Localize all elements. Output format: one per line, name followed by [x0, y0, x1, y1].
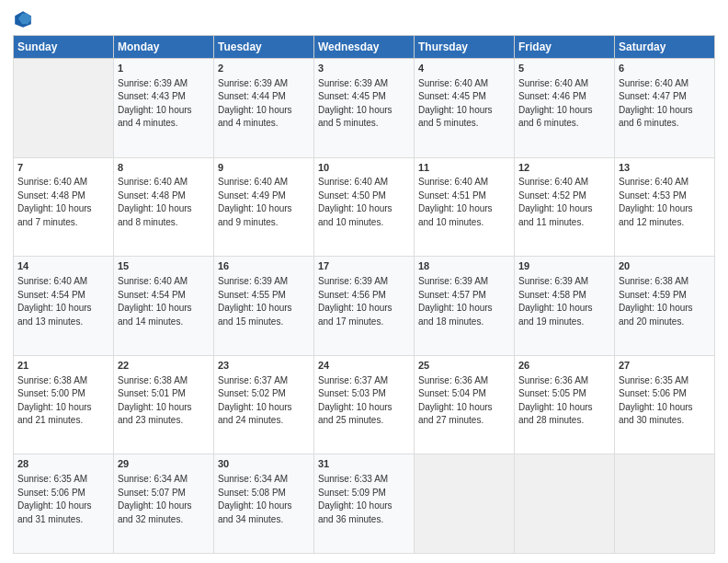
- day-number: 22: [118, 359, 210, 373]
- day-number: 12: [518, 161, 610, 175]
- day-number: 10: [318, 161, 410, 175]
- col-header-tuesday: Tuesday: [214, 36, 314, 59]
- day-number: 27: [619, 359, 711, 373]
- day-info: Sunrise: 6:40 AMSunset: 4:48 PMDaylight:…: [17, 177, 92, 227]
- day-cell: 19Sunrise: 6:39 AMSunset: 4:58 PMDayligh…: [515, 257, 615, 356]
- day-number: 17: [318, 259, 410, 273]
- day-info: Sunrise: 6:35 AMSunset: 5:06 PMDaylight:…: [17, 474, 92, 524]
- day-number: 11: [418, 161, 510, 175]
- day-info: Sunrise: 6:38 AMSunset: 5:01 PMDaylight:…: [118, 375, 192, 426]
- day-number: 18: [418, 259, 510, 273]
- calendar-page: SundayMondayTuesdayWednesdayThursdayFrid…: [0, 0, 728, 563]
- day-cell: 31Sunrise: 6:33 AMSunset: 5:09 PMDayligh…: [314, 454, 415, 554]
- day-cell: 24Sunrise: 6:37 AMSunset: 5:03 PMDayligh…: [314, 355, 415, 454]
- day-number: 9: [218, 161, 310, 175]
- day-cell: [615, 454, 715, 554]
- day-cell: 15Sunrise: 6:40 AMSunset: 4:54 PMDayligh…: [114, 257, 214, 356]
- day-info: Sunrise: 6:36 AMSunset: 5:05 PMDaylight:…: [518, 375, 593, 426]
- week-row-2: 14Sunrise: 6:40 AMSunset: 4:54 PMDayligh…: [14, 257, 715, 356]
- day-number: 24: [318, 359, 410, 373]
- day-info: Sunrise: 6:40 AMSunset: 4:49 PMDaylight:…: [218, 177, 292, 227]
- day-cell: 17Sunrise: 6:39 AMSunset: 4:56 PMDayligh…: [314, 257, 415, 356]
- col-header-wednesday: Wednesday: [314, 36, 415, 59]
- day-cell: 7Sunrise: 6:40 AMSunset: 4:48 PMDaylight…: [14, 157, 114, 257]
- col-header-saturday: Saturday: [615, 36, 715, 59]
- day-cell: 30Sunrise: 6:34 AMSunset: 5:08 PMDayligh…: [214, 454, 314, 554]
- day-cell: 10Sunrise: 6:40 AMSunset: 4:50 PMDayligh…: [314, 157, 415, 257]
- day-number: 16: [218, 259, 310, 273]
- day-cell: 11Sunrise: 6:40 AMSunset: 4:51 PMDayligh…: [415, 157, 515, 257]
- day-cell: 9Sunrise: 6:40 AMSunset: 4:49 PMDaylight…: [214, 157, 314, 257]
- day-number: 3: [318, 62, 410, 75]
- day-number: 7: [17, 161, 109, 175]
- day-info: Sunrise: 6:39 AMSunset: 4:44 PMDaylight:…: [218, 78, 292, 129]
- day-info: Sunrise: 6:39 AMSunset: 4:56 PMDaylight:…: [318, 276, 392, 327]
- day-info: Sunrise: 6:34 AMSunset: 5:07 PMDaylight:…: [118, 474, 192, 524]
- week-row-3: 21Sunrise: 6:38 AMSunset: 5:00 PMDayligh…: [14, 355, 715, 454]
- day-number: 1: [118, 62, 210, 75]
- day-info: Sunrise: 6:36 AMSunset: 5:04 PMDaylight:…: [418, 375, 493, 426]
- day-info: Sunrise: 6:40 AMSunset: 4:52 PMDaylight:…: [518, 177, 593, 227]
- day-info: Sunrise: 6:39 AMSunset: 4:58 PMDaylight:…: [518, 276, 593, 327]
- logo-icon: [13, 9, 33, 29]
- day-cell: 22Sunrise: 6:38 AMSunset: 5:01 PMDayligh…: [114, 355, 214, 454]
- day-cell: [515, 454, 615, 554]
- logo: [13, 9, 37, 29]
- week-row-0: 1Sunrise: 6:39 AMSunset: 4:43 PMDaylight…: [14, 59, 715, 158]
- day-info: Sunrise: 6:40 AMSunset: 4:46 PMDaylight:…: [518, 78, 593, 129]
- day-cell: [14, 59, 114, 158]
- day-info: Sunrise: 6:40 AMSunset: 4:53 PMDaylight:…: [619, 177, 693, 227]
- week-row-4: 28Sunrise: 6:35 AMSunset: 5:06 PMDayligh…: [14, 454, 715, 554]
- day-cell: 25Sunrise: 6:36 AMSunset: 5:04 PMDayligh…: [415, 355, 515, 454]
- day-number: 14: [17, 259, 109, 273]
- day-cell: 5Sunrise: 6:40 AMSunset: 4:46 PMDaylight…: [515, 59, 615, 158]
- day-number: 28: [17, 457, 109, 471]
- day-info: Sunrise: 6:37 AMSunset: 5:03 PMDaylight:…: [318, 375, 392, 426]
- col-header-sunday: Sunday: [14, 36, 114, 59]
- day-number: 29: [118, 457, 210, 471]
- day-info: Sunrise: 6:40 AMSunset: 4:48 PMDaylight:…: [118, 177, 192, 227]
- day-cell: 12Sunrise: 6:40 AMSunset: 4:52 PMDayligh…: [515, 157, 615, 257]
- day-number: 6: [619, 62, 711, 75]
- day-cell: 4Sunrise: 6:40 AMSunset: 4:45 PMDaylight…: [415, 59, 515, 158]
- day-number: 25: [418, 359, 510, 373]
- day-cell: 1Sunrise: 6:39 AMSunset: 4:43 PMDaylight…: [114, 59, 214, 158]
- day-number: 4: [418, 62, 510, 75]
- day-cell: 23Sunrise: 6:37 AMSunset: 5:02 PMDayligh…: [214, 355, 314, 454]
- header-row: SundayMondayTuesdayWednesdayThursdayFrid…: [14, 36, 715, 59]
- day-cell: 16Sunrise: 6:39 AMSunset: 4:55 PMDayligh…: [214, 257, 314, 356]
- day-info: Sunrise: 6:39 AMSunset: 4:45 PMDaylight:…: [318, 78, 392, 129]
- day-info: Sunrise: 6:40 AMSunset: 4:45 PMDaylight:…: [418, 78, 493, 129]
- day-info: Sunrise: 6:35 AMSunset: 5:06 PMDaylight:…: [619, 375, 693, 426]
- week-row-1: 7Sunrise: 6:40 AMSunset: 4:48 PMDaylight…: [14, 157, 715, 257]
- day-number: 19: [518, 259, 610, 273]
- day-number: 15: [118, 259, 210, 273]
- day-info: Sunrise: 6:40 AMSunset: 4:47 PMDaylight:…: [619, 78, 693, 129]
- day-info: Sunrise: 6:40 AMSunset: 4:54 PMDaylight:…: [118, 276, 192, 327]
- day-cell: 2Sunrise: 6:39 AMSunset: 4:44 PMDaylight…: [214, 59, 314, 158]
- day-cell: 27Sunrise: 6:35 AMSunset: 5:06 PMDayligh…: [615, 355, 715, 454]
- day-cell: 14Sunrise: 6:40 AMSunset: 4:54 PMDayligh…: [14, 257, 114, 356]
- day-number: 5: [518, 62, 610, 75]
- day-cell: 29Sunrise: 6:34 AMSunset: 5:07 PMDayligh…: [114, 454, 214, 554]
- col-header-friday: Friday: [515, 36, 615, 59]
- col-header-thursday: Thursday: [415, 36, 515, 59]
- day-info: Sunrise: 6:40 AMSunset: 4:54 PMDaylight:…: [17, 276, 92, 327]
- day-number: 20: [619, 259, 711, 273]
- day-cell: 26Sunrise: 6:36 AMSunset: 5:05 PMDayligh…: [515, 355, 615, 454]
- day-cell: 3Sunrise: 6:39 AMSunset: 4:45 PMDaylight…: [314, 59, 415, 158]
- day-info: Sunrise: 6:39 AMSunset: 4:57 PMDaylight:…: [418, 276, 493, 327]
- day-cell: 20Sunrise: 6:38 AMSunset: 4:59 PMDayligh…: [615, 257, 715, 356]
- calendar-table: SundayMondayTuesdayWednesdayThursdayFrid…: [13, 35, 715, 554]
- day-info: Sunrise: 6:40 AMSunset: 4:51 PMDaylight:…: [418, 177, 493, 227]
- day-cell: 13Sunrise: 6:40 AMSunset: 4:53 PMDayligh…: [615, 157, 715, 257]
- day-info: Sunrise: 6:37 AMSunset: 5:02 PMDaylight:…: [218, 375, 292, 426]
- col-header-monday: Monday: [114, 36, 214, 59]
- day-number: 13: [619, 161, 711, 175]
- day-info: Sunrise: 6:33 AMSunset: 5:09 PMDaylight:…: [318, 474, 392, 524]
- day-info: Sunrise: 6:38 AMSunset: 4:59 PMDaylight:…: [619, 276, 693, 327]
- header: [13, 9, 715, 29]
- day-info: Sunrise: 6:39 AMSunset: 4:55 PMDaylight:…: [218, 276, 292, 327]
- day-cell: [415, 454, 515, 554]
- day-cell: 6Sunrise: 6:40 AMSunset: 4:47 PMDaylight…: [615, 59, 715, 158]
